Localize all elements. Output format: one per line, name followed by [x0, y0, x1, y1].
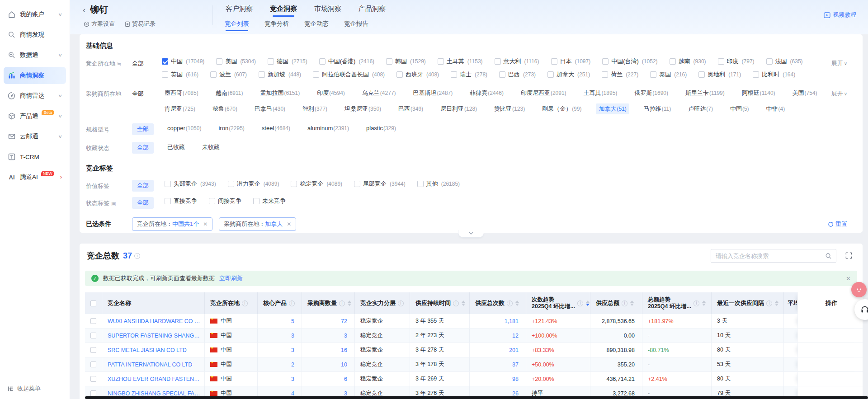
sidebar-item-data[interactable]: 数据通 ∨: [4, 47, 66, 64]
checkbox[interactable]: [766, 58, 773, 65]
all-option[interactable]: 全部: [132, 57, 162, 68]
insight-tab[interactable]: 市场洞察: [313, 5, 342, 13]
buyer-country-option[interactable]: 斯里兰卡(1199): [683, 88, 727, 99]
all-option[interactable]: 全部: [132, 88, 162, 98]
sort-icon-active[interactable]: [586, 300, 590, 306]
row-checkbox[interactable]: [90, 333, 96, 338]
row-checkbox[interactable]: [90, 361, 96, 367]
horizontal-scrollbar[interactable]: [85, 396, 868, 399]
sidebar-item-product[interactable]: 产品通 Beta ∨: [4, 108, 66, 125]
info-icon[interactable]: i: [693, 300, 699, 306]
country-checkbox[interactable]: 中国(香港)(2416): [319, 57, 374, 66]
checkbox[interactable]: [670, 58, 676, 65]
checkbox[interactable]: [417, 181, 424, 187]
fullscreen-icon[interactable]: [845, 252, 853, 259]
core-products-link[interactable]: 3: [291, 376, 294, 382]
collapse-menu-button[interactable]: 收起菜单: [7, 385, 41, 393]
country-checkbox[interactable]: 比利时(164): [753, 70, 795, 79]
info-icon[interactable]: i: [453, 300, 459, 306]
buyer-country-option[interactable]: 俄罗斯(1690): [632, 88, 671, 99]
buyer-country-option[interactable]: 土耳其(1895): [581, 88, 620, 99]
checkbox[interactable]: [228, 181, 234, 187]
row-checkbox[interactable]: [90, 318, 96, 324]
favorite-option[interactable]: 未收藏: [199, 142, 222, 153]
core-products-link[interactable]: 4: [291, 390, 294, 397]
plan-settings-button[interactable]: 方案设置: [84, 20, 115, 28]
country-checkbox[interactable]: 巴西(273): [499, 70, 536, 79]
core-products-link[interactable]: 2: [291, 361, 294, 368]
buyer-country-option[interactable]: 印度(4594): [314, 88, 348, 99]
checkbox[interactable]: [162, 58, 168, 65]
info-icon[interactable]: i: [339, 300, 345, 306]
checkbox[interactable]: [291, 181, 297, 187]
all-chip[interactable]: 全部: [132, 197, 154, 209]
sidebar-item-discovery[interactable]: 商情发现: [4, 26, 66, 43]
checkbox[interactable]: [165, 198, 171, 204]
status-tag-checkbox[interactable]: 直接竞争: [165, 197, 197, 205]
company-name-link[interactable]: SUPERTOR FASTENING SHANGHAI...: [108, 333, 202, 339]
checkbox[interactable]: [162, 71, 168, 78]
buyer-country-option[interactable]: 坦桑尼亚(350): [342, 103, 384, 114]
country-checkbox[interactable]: 英国(616): [162, 70, 198, 79]
info-icon[interactable]: i: [766, 300, 772, 306]
value-tag-checkbox[interactable]: 头部竞企(3943): [165, 180, 216, 188]
core-products-link[interactable]: 3: [291, 333, 294, 339]
refresh-now-link[interactable]: 立即刷新: [219, 274, 243, 282]
video-tutorial-link[interactable]: 视频教程: [824, 11, 856, 19]
country-checkbox[interactable]: 土耳其(1153): [438, 57, 483, 66]
expand-link[interactable]: 展开∨: [831, 89, 847, 98]
select-all-checkbox[interactable]: [90, 300, 96, 306]
country-checkbox[interactable]: 越南(930): [670, 57, 706, 66]
insight-tab[interactable]: 产品洞察: [358, 5, 387, 13]
sidebar-item-ai[interactable]: Ai 腾道AI NEW ›: [4, 169, 66, 186]
checkbox[interactable]: [602, 58, 609, 65]
company-name-link[interactable]: NINGBO ZHISHANG SPECIAL FAST...: [108, 390, 202, 397]
buyer-country-option[interactable]: 美国(754): [790, 88, 820, 99]
favorite-option[interactable]: 已收藏: [165, 142, 188, 153]
checkbox[interactable]: [165, 181, 171, 187]
buyer-country-option[interactable]: 越南(6911): [213, 88, 246, 99]
sidebar-item-my-account[interactable]: 我的账户 ∨: [4, 6, 66, 23]
buyer-country-option[interactable]: 巴基斯坦(2487): [410, 88, 456, 99]
country-checkbox[interactable]: 西班牙(408): [396, 70, 439, 79]
sidebar-item-mail[interactable]: 云邮通 ∨: [4, 128, 66, 145]
buyer-country-option[interactable]: 墨西哥(7085): [162, 88, 201, 99]
supply-times-link[interactable]: 1,181: [505, 318, 519, 324]
country-checkbox[interactable]: 意大利(1116): [495, 57, 539, 66]
buyer-country-option[interactable]: 尼日利亚(128): [438, 103, 480, 114]
checkbox[interactable]: [396, 71, 403, 78]
checkbox[interactable]: [253, 198, 259, 204]
supply-times-link[interactable]: 12: [512, 333, 519, 339]
buyer-country-option[interactable]: 刚果（金）(99): [539, 103, 584, 114]
buyer-country-option[interactable]: 孟加拉国(6151): [257, 88, 302, 99]
sidebar-item-tcrm[interactable]: T-CRM: [4, 148, 66, 165]
insight-tab[interactable]: 客户洞察: [225, 5, 254, 13]
buyer-country-option[interactable]: 乌克兰(4277): [359, 88, 399, 99]
sub-tab[interactable]: 竞企列表: [225, 20, 249, 28]
insight-tab[interactable]: 竞企洞察: [269, 5, 298, 13]
country-checkbox[interactable]: 中国(台湾)(1052): [602, 57, 657, 66]
value-tag-checkbox[interactable]: 其他(26185): [417, 180, 460, 188]
sort-icon[interactable]: [702, 300, 706, 306]
remove-chip-icon[interactable]: ✕: [287, 221, 291, 227]
checkbox[interactable]: [354, 181, 360, 187]
remove-chip-icon[interactable]: ✕: [203, 221, 208, 227]
buyer-country-option[interactable]: 中国(5): [727, 103, 752, 114]
info-icon[interactable]: i: [289, 300, 295, 306]
country-checkbox[interactable]: 阿拉伯联合酋长国(408): [313, 70, 385, 79]
collapse-filters-button[interactable]: [458, 230, 484, 238]
info-icon[interactable]: i: [577, 300, 583, 306]
checkbox[interactable]: [551, 58, 557, 65]
status-tag-checkbox[interactable]: 间接竞争: [209, 197, 241, 205]
checkbox[interactable]: [438, 58, 444, 65]
checkbox[interactable]: [268, 58, 274, 65]
buyer-country-option[interactable]: 卢旺达(7): [685, 103, 716, 114]
sort-icon[interactable]: [462, 300, 465, 306]
sidebar-item-radar[interactable]: 商情雷达 ∨: [4, 87, 66, 104]
country-checkbox[interactable]: 加拿大(251): [547, 70, 590, 79]
buyer-country-option[interactable]: 印度尼西亚(2091): [518, 88, 569, 99]
supply-times-link[interactable]: 26: [512, 390, 519, 397]
core-products-link[interactable]: 3: [291, 347, 294, 353]
all-chip[interactable]: 全部: [132, 123, 154, 135]
supply-times-link[interactable]: 37: [512, 361, 519, 368]
